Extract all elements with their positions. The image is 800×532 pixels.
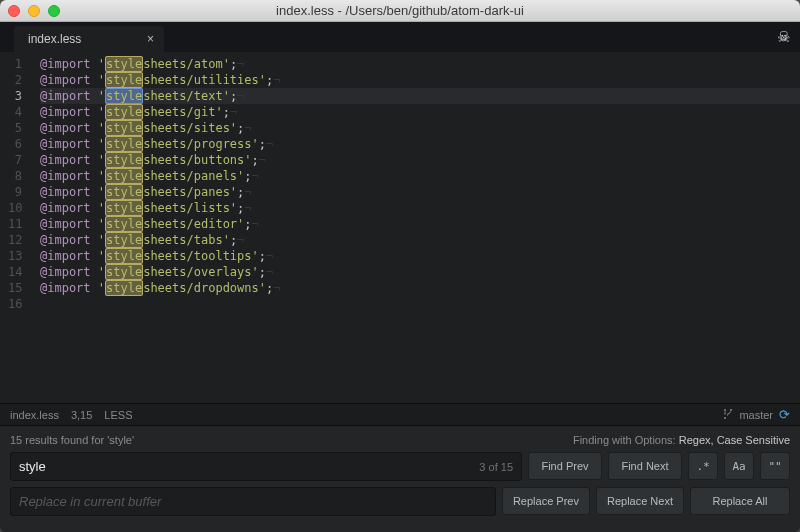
line-number: 11: [8, 216, 22, 232]
replace-next-button[interactable]: Replace Next: [596, 487, 684, 515]
line-number-gutter: 12345678910111213141516: [0, 52, 32, 403]
tab-index-less[interactable]: index.less ×: [14, 26, 164, 52]
status-branch[interactable]: master: [739, 409, 773, 421]
line-number: 1: [8, 56, 22, 72]
line-number: 3: [8, 88, 22, 104]
code-line[interactable]: @import 'stylesheets/editor';¬: [40, 216, 800, 232]
line-number: 9: [8, 184, 22, 200]
code-line[interactable]: @import 'stylesheets/lists';¬: [40, 200, 800, 216]
minimize-icon[interactable]: [28, 5, 40, 17]
status-file: index.less: [10, 409, 59, 421]
tab-label: index.less: [28, 32, 81, 46]
find-input-value: style: [19, 459, 46, 474]
line-number: 10: [8, 200, 22, 216]
line-number: 4: [8, 104, 22, 120]
line-number: 16: [8, 296, 22, 312]
replace-placeholder: Replace in current buffer: [19, 494, 161, 509]
find-counter: 3 of 15: [479, 461, 513, 473]
code-line[interactable]: @import 'stylesheets/progress';¬: [40, 136, 800, 152]
find-prev-button[interactable]: Find Prev: [528, 452, 602, 480]
text-editor[interactable]: 12345678910111213141516 @import 'stylesh…: [0, 52, 800, 403]
code-line[interactable]: @import 'stylesheets/overlays';¬: [40, 264, 800, 280]
tab-bar: index.less × ☠: [0, 22, 800, 52]
code-area[interactable]: @import 'stylesheets/atom';¬@import 'sty…: [32, 52, 800, 403]
find-options-text: Finding with Options: Regex, Case Sensit…: [573, 434, 790, 446]
line-number: 2: [8, 72, 22, 88]
whole-word-toggle-button[interactable]: "": [760, 452, 790, 480]
code-line[interactable]: @import 'stylesheets/panels';¬: [40, 168, 800, 184]
find-next-button[interactable]: Find Next: [608, 452, 682, 480]
line-number: 14: [8, 264, 22, 280]
branch-icon: [723, 408, 733, 422]
status-grammar[interactable]: LESS: [104, 409, 132, 421]
case-toggle-button[interactable]: Aa: [724, 452, 754, 480]
close-icon[interactable]: [8, 5, 20, 17]
replace-all-button[interactable]: Replace All: [690, 487, 790, 515]
window-title: index.less - /Users/ben/github/atom-dark…: [0, 3, 800, 18]
code-line[interactable]: @import 'stylesheets/sites';¬: [40, 120, 800, 136]
titlebar: index.less - /Users/ben/github/atom-dark…: [0, 0, 800, 22]
code-line[interactable]: @import 'stylesheets/atom';¬: [40, 56, 800, 72]
code-line[interactable]: [40, 296, 800, 312]
line-number: 5: [8, 120, 22, 136]
code-line[interactable]: @import 'stylesheets/utilities';¬: [40, 72, 800, 88]
find-input[interactable]: style 3 of 15: [10, 452, 522, 481]
code-line[interactable]: @import 'stylesheets/tabs';¬: [40, 232, 800, 248]
code-line[interactable]: @import 'stylesheets/tooltips';¬: [40, 248, 800, 264]
replace-prev-button[interactable]: Replace Prev: [502, 487, 590, 515]
code-line[interactable]: @import 'stylesheets/git';¬: [40, 104, 800, 120]
line-number: 7: [8, 152, 22, 168]
sync-icon[interactable]: ⟳: [779, 407, 790, 422]
window-controls: [8, 5, 60, 17]
replace-input[interactable]: Replace in current buffer: [10, 487, 496, 516]
code-line[interactable]: @import 'stylesheets/dropdowns';¬: [40, 280, 800, 296]
code-line[interactable]: @import 'stylesheets/text';¬: [40, 88, 800, 104]
find-results-text: 15 results found for 'style': [10, 434, 134, 446]
line-number: 15: [8, 280, 22, 296]
status-bar: index.less 3,15 LESS master ⟳: [0, 403, 800, 425]
zoom-icon[interactable]: [48, 5, 60, 17]
line-number: 6: [8, 136, 22, 152]
code-line[interactable]: @import 'stylesheets/panes';¬: [40, 184, 800, 200]
line-number: 13: [8, 248, 22, 264]
line-number: 8: [8, 168, 22, 184]
close-tab-icon[interactable]: ×: [147, 32, 154, 46]
find-and-replace-panel: 15 results found for 'style' Finding wit…: [0, 425, 800, 532]
editor-window: index.less - /Users/ben/github/atom-dark…: [0, 0, 800, 532]
code-line[interactable]: @import 'stylesheets/buttons';¬: [40, 152, 800, 168]
skull-icon[interactable]: ☠: [777, 28, 790, 46]
line-number: 12: [8, 232, 22, 248]
regex-toggle-button[interactable]: .*: [688, 452, 718, 480]
status-cursor: 3,15: [71, 409, 92, 421]
